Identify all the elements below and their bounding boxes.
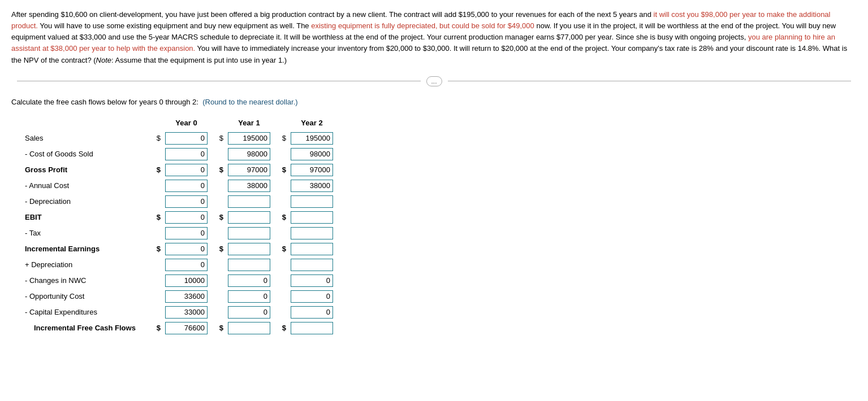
input-cell-y1[interactable] xyxy=(226,257,273,273)
input-y0[interactable] xyxy=(165,322,208,334)
header-gap2 xyxy=(273,116,278,130)
row-label: - Changes in NWC xyxy=(23,273,153,289)
input-y0[interactable] xyxy=(165,274,208,287)
input-cell-y0[interactable] xyxy=(163,304,210,320)
input-y0[interactable] xyxy=(165,306,208,319)
input-cell-y1[interactable] xyxy=(226,241,273,257)
gap1 xyxy=(210,178,215,194)
input-y2[interactable] xyxy=(291,259,333,271)
input-cell-y1[interactable] xyxy=(226,225,273,241)
input-y2[interactable] xyxy=(291,195,333,208)
input-y1[interactable] xyxy=(228,274,270,287)
input-y1[interactable] xyxy=(228,306,270,319)
input-y2[interactable] xyxy=(291,211,333,224)
table-row: + Depreciation xyxy=(23,257,335,273)
dollar-sign-y2 xyxy=(278,178,288,194)
input-cell-y0[interactable] xyxy=(163,130,210,146)
input-cell-y2[interactable] xyxy=(288,273,335,289)
input-cell-y0[interactable] xyxy=(163,257,210,273)
input-y2[interactable] xyxy=(291,274,333,287)
input-cell-y0[interactable] xyxy=(163,241,210,257)
input-y1[interactable] xyxy=(228,180,270,192)
input-cell-y2[interactable] xyxy=(288,257,335,273)
input-cell-y2[interactable] xyxy=(288,130,335,146)
input-y1[interactable] xyxy=(228,195,270,208)
input-cell-y1[interactable] xyxy=(226,162,273,178)
input-cell-y1[interactable] xyxy=(226,194,273,210)
input-y0[interactable] xyxy=(165,227,208,239)
input-y0[interactable] xyxy=(165,132,208,145)
input-cell-y2[interactable] xyxy=(288,210,335,225)
gap2 xyxy=(273,273,278,289)
input-cell-y2[interactable] xyxy=(288,194,335,210)
input-y2[interactable] xyxy=(291,290,333,303)
dollar-sign-y0: $ xyxy=(153,241,163,257)
input-cell-y2[interactable] xyxy=(288,178,335,194)
input-cell-y2[interactable] xyxy=(288,320,335,336)
input-cell-y2[interactable] xyxy=(288,146,335,162)
input-y0[interactable] xyxy=(165,259,208,271)
input-cell-y1[interactable] xyxy=(226,304,273,320)
dollar-sign-y0: $ xyxy=(153,130,163,146)
input-y0[interactable] xyxy=(165,290,208,303)
input-y2[interactable] xyxy=(291,164,333,176)
input-y1[interactable] xyxy=(228,322,270,334)
input-cell-y2[interactable] xyxy=(288,162,335,178)
input-y1[interactable] xyxy=(228,132,270,145)
dollar-sign-y1 xyxy=(215,146,226,162)
input-cell-y1[interactable] xyxy=(226,273,273,289)
input-cell-y1[interactable] xyxy=(226,146,273,162)
input-y0[interactable] xyxy=(165,164,208,176)
table-row: - Depreciation xyxy=(23,194,335,210)
problem-text: After spending $10,600 on client-develop… xyxy=(11,9,848,66)
input-y2[interactable] xyxy=(291,243,333,255)
input-cell-y2[interactable] xyxy=(288,241,335,257)
input-cell-y0[interactable] xyxy=(163,289,210,304)
input-cell-y1[interactable] xyxy=(226,178,273,194)
input-cell-y0[interactable] xyxy=(163,146,210,162)
dollar-sign-y0 xyxy=(153,194,163,210)
input-y1[interactable] xyxy=(228,227,270,239)
dollar-sign-y0: $ xyxy=(153,210,163,225)
input-cell-y1[interactable] xyxy=(226,130,273,146)
input-y1[interactable] xyxy=(228,211,270,224)
dollar-sign-y2 xyxy=(278,146,288,162)
input-y2[interactable] xyxy=(291,306,333,319)
input-cell-y0[interactable] xyxy=(163,210,210,225)
input-cell-y0[interactable] xyxy=(163,273,210,289)
input-cell-y0[interactable] xyxy=(163,320,210,336)
input-y0[interactable] xyxy=(165,211,208,224)
dollar-sign-y1 xyxy=(215,289,226,304)
input-y1[interactable] xyxy=(228,290,270,303)
input-cell-y1[interactable] xyxy=(226,289,273,304)
input-cell-y0[interactable] xyxy=(163,225,210,241)
gap2 xyxy=(273,257,278,273)
input-y1[interactable] xyxy=(228,259,270,271)
gap1 xyxy=(210,210,215,225)
dollar-sign-y0: $ xyxy=(153,320,163,336)
dollar-sign-y1 xyxy=(215,178,226,194)
input-y1[interactable] xyxy=(228,148,270,160)
input-y1[interactable] xyxy=(228,164,270,176)
input-y0[interactable] xyxy=(165,148,208,160)
gap1 xyxy=(210,225,215,241)
input-y1[interactable] xyxy=(228,243,270,255)
input-y2[interactable] xyxy=(291,322,333,334)
input-cell-y2[interactable] xyxy=(288,289,335,304)
input-cell-y0[interactable] xyxy=(163,178,210,194)
input-y2[interactable] xyxy=(291,132,333,145)
input-y2[interactable] xyxy=(291,227,333,239)
dollar-sign-y2 xyxy=(278,289,288,304)
input-y0[interactable] xyxy=(165,195,208,208)
input-cell-y0[interactable] xyxy=(163,162,210,178)
input-cell-y1[interactable] xyxy=(226,320,273,336)
input-y0[interactable] xyxy=(165,180,208,192)
input-cell-y1[interactable] xyxy=(226,210,273,225)
input-y2[interactable] xyxy=(291,148,333,160)
input-cell-y0[interactable] xyxy=(163,194,210,210)
input-cell-y2[interactable] xyxy=(288,225,335,241)
input-y2[interactable] xyxy=(291,180,333,192)
input-cell-y2[interactable] xyxy=(288,304,335,320)
dollar-sign-y0 xyxy=(153,225,163,241)
input-y0[interactable] xyxy=(165,243,208,255)
